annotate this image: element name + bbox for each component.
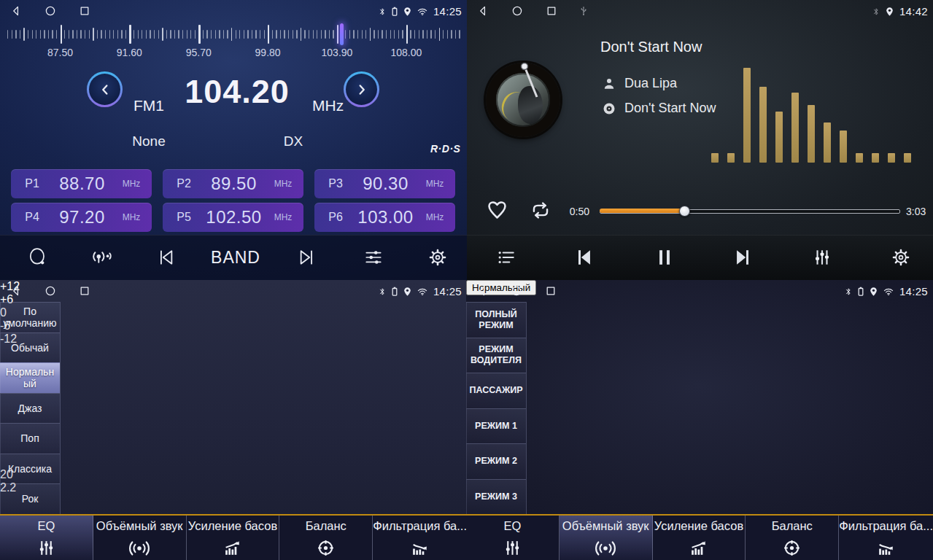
spectrum-bar (856, 153, 863, 163)
home-icon[interactable] (511, 285, 522, 297)
preset-unit: MHz (419, 179, 451, 189)
band-button[interactable]: BAND (208, 245, 263, 271)
eq-preset-item[interactable]: Джаз (0, 393, 60, 424)
tab-icon-wrap (93, 536, 186, 560)
tab-filter[interactable]: Фильтрация ба... (373, 516, 467, 560)
scale-tick (187, 30, 187, 39)
tune-down-button[interactable] (87, 71, 123, 107)
tab-balance[interactable]: Баланс (279, 516, 373, 560)
scale-tick (252, 30, 252, 39)
eq-preset-item[interactable]: Обычай (0, 332, 60, 363)
eq-preset-item[interactable]: Рок (0, 483, 60, 514)
seek-bar-thumb[interactable] (679, 206, 690, 217)
tune-up-button[interactable] (344, 71, 379, 107)
scale-tick (15, 30, 16, 39)
eq-preset-item[interactable]: Классика (0, 454, 60, 484)
preset-button-2[interactable]: P2 89.50 MHz (163, 169, 303, 198)
listening-mode-item[interactable]: РЕЖИМ ВОДИТЕЛЯ (466, 338, 526, 373)
tab-label: EQ (466, 516, 559, 536)
repeat-button[interactable] (528, 200, 553, 221)
scale-tick (447, 30, 448, 39)
recents-icon[interactable] (79, 5, 90, 17)
clock: 14:42 (899, 5, 928, 18)
search-icon (27, 246, 49, 268)
preset-button-5[interactable]: P5 102.50 MHz (163, 203, 303, 232)
clock: 14:25 (899, 285, 928, 298)
tab-label: EQ (0, 516, 93, 536)
scale-tick (215, 30, 216, 39)
scale-tick (138, 30, 139, 39)
next-track-button[interactable] (728, 244, 756, 271)
listening-mode-item[interactable]: РЕЖИМ 3 (466, 479, 526, 515)
playlist-button[interactable] (493, 244, 519, 271)
scale-tick (406, 25, 408, 44)
preset-button-4[interactable]: P4 97.20 MHz (11, 203, 152, 232)
artist-name: Dua Lipa (624, 76, 677, 91)
artist-icon (602, 77, 616, 91)
seek-bar[interactable] (600, 209, 900, 214)
scale-tick (276, 30, 276, 39)
back-icon[interactable] (10, 5, 22, 17)
seek-bar-fill (600, 209, 684, 213)
preset-button-1[interactable]: P1 88.70 MHz (11, 169, 152, 198)
home-icon[interactable] (44, 285, 56, 297)
recents-icon[interactable] (545, 285, 557, 297)
listening-mode-item[interactable]: РЕЖИМ 1 (466, 408, 526, 444)
tab-surround[interactable]: Объёмный звук (560, 516, 653, 560)
rds-badge: R·D·S (430, 143, 460, 155)
scale-tick (61, 25, 62, 44)
prev-station-button[interactable] (153, 244, 181, 271)
scan-button[interactable] (24, 244, 52, 271)
settings-button[interactable] (888, 244, 914, 271)
scale-tick (304, 30, 305, 39)
fc-value: 20 (0, 468, 467, 481)
listening-mode-item[interactable]: РЕЖИМ 2 (466, 443, 526, 479)
tab-label: Баланс (746, 516, 838, 536)
headunit-screen: 14:25 87.5091.6095.7099.80103.90108.00 F… (0, 0, 933, 560)
tuning-indicator[interactable] (340, 23, 344, 45)
recents-icon[interactable] (79, 285, 90, 297)
equalizer-button[interactable] (809, 244, 835, 271)
tab-filter[interactable]: Фильтрация ба... (839, 516, 933, 560)
tab-bass-boost[interactable]: Усиление басов (653, 516, 746, 560)
previous-track-button[interactable] (571, 244, 599, 271)
vertical-sliders-icon (812, 247, 832, 268)
settings-button[interactable] (425, 244, 451, 271)
scale-tick (146, 30, 147, 39)
pause-button[interactable] (651, 244, 678, 271)
preset-button-3[interactable]: P3 90.30 MHz (314, 169, 455, 198)
scale-tick (64, 30, 65, 39)
tab-eq[interactable]: EQ (0, 516, 93, 560)
eq-preset-item[interactable]: Поп (0, 423, 60, 454)
bluetooth-icon (872, 7, 880, 17)
scale-tick (402, 30, 403, 39)
heart-icon (486, 198, 508, 221)
preset-button-6[interactable]: P6 103.00 MHz (314, 203, 455, 232)
bass-boost-icon (689, 538, 708, 558)
eq-preset-item[interactable]: По умолчанию (0, 302, 60, 332)
home-icon[interactable] (44, 5, 56, 17)
back-icon[interactable] (476, 285, 488, 297)
elapsed-time: 0:50 (560, 206, 589, 217)
filter-icon (876, 538, 896, 558)
favorite-button[interactable] (486, 198, 508, 221)
tab-surround[interactable]: Объёмный звук (93, 516, 187, 560)
scale-tick (296, 30, 297, 39)
frequency-scale[interactable] (0, 23, 467, 45)
listening-mode-item[interactable]: ПАССАЖИР (466, 373, 526, 408)
next-station-button[interactable] (292, 244, 320, 271)
tab-balance[interactable]: Баланс (746, 516, 839, 560)
audio-settings-button[interactable] (360, 244, 387, 271)
spectrum-bar (824, 122, 831, 163)
preset-unit: MHz (419, 212, 451, 222)
scale-tick (301, 28, 302, 41)
listening-mode-item[interactable]: ПОЛНЫЙ РЕЖИМ (466, 302, 526, 338)
back-icon[interactable] (10, 285, 22, 297)
pause-icon (654, 246, 675, 268)
status-icons: 14:42 (872, 5, 928, 18)
tab-bass-boost[interactable]: Усиление басов (187, 516, 280, 560)
eq-preset-item[interactable]: Нормальный (0, 362, 60, 393)
broadcast-button[interactable] (87, 244, 116, 271)
tab-eq[interactable]: EQ (466, 516, 560, 560)
scale-tick (44, 30, 44, 39)
